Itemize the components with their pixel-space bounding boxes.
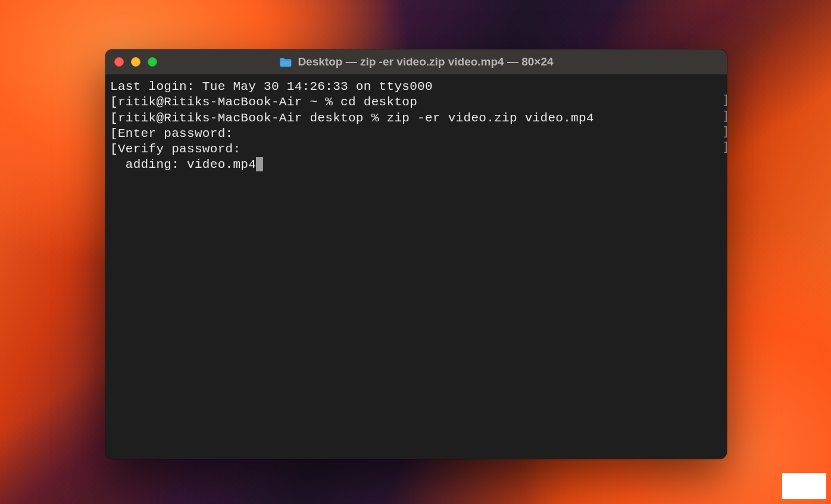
terminal-line: [ritik@Ritiks-MacBook-Air ~ % cd desktop <box>110 95 722 110</box>
maximize-button[interactable] <box>148 57 157 67</box>
watermark-box <box>782 473 826 499</box>
terminal-line: Last login: Tue May 30 14:26:33 on ttys0… <box>110 79 722 95</box>
window-title: Desktop — zip -er video.zip video.mp4 — … <box>279 55 553 68</box>
window-titlebar[interactable]: Desktop — zip -er video.zip video.mp4 — … <box>105 49 727 74</box>
terminal-line: adding: video.mp4 <box>110 157 722 173</box>
terminal-cursor <box>256 157 263 171</box>
terminal-window[interactable]: Desktop — zip -er video.zip video.mp4 — … <box>105 49 727 459</box>
terminal-body[interactable]: Last login: Tue May 30 14:26:33 on ttys0… <box>105 74 727 459</box>
terminal-line: [Enter password: <box>110 126 722 142</box>
terminal-line: [ritik@Ritiks-MacBook-Air desktop % zip … <box>110 111 722 126</box>
window-title-text: Desktop — zip -er video.zip video.mp4 — … <box>298 55 553 68</box>
scrollbar-mark: ] ] ] ] <box>722 77 727 155</box>
folder-icon <box>279 57 292 67</box>
terminal-line: [Verify password: <box>110 142 722 157</box>
minimize-button[interactable] <box>131 57 140 67</box>
close-button[interactable] <box>114 57 124 67</box>
traffic-lights <box>114 57 157 67</box>
